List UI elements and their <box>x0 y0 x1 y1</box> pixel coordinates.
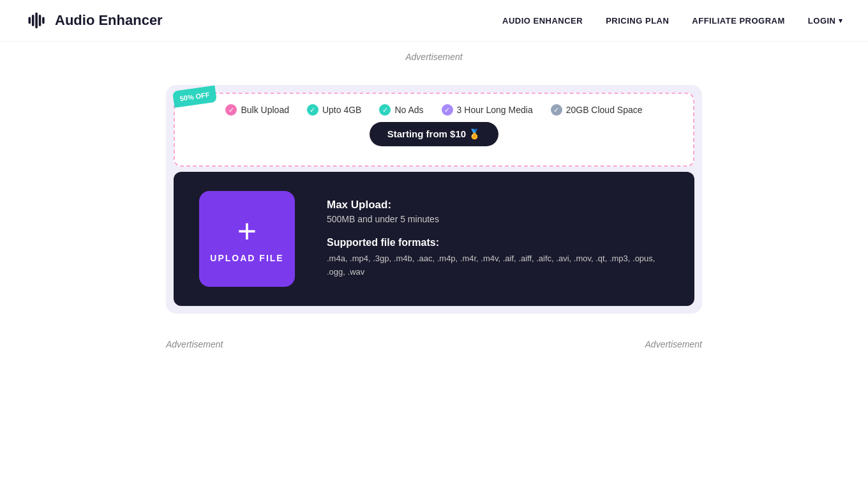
nav-link-audio-enhancer[interactable]: AUDIO ENHANCER <box>502 16 583 26</box>
navbar: Audio Enhancer AUDIO ENHANCER PRICING PL… <box>0 0 868 42</box>
promo-feature-3-hour-media: ✓ 3 Hour Long Media <box>442 104 533 116</box>
formats-value: .m4a, .mp4, .3gp, .m4b, .aac, .m4p, .m4r… <box>327 252 669 279</box>
discount-badge: 50% OFF <box>172 86 217 108</box>
logo-text: Audio Enhancer <box>55 12 163 29</box>
promo-feature-no-ads: ✓ No Ads <box>379 104 423 116</box>
promo-features: ✓ Bulk Upload ✓ Upto 4GB ✓ No Ads ✓ 3 Ho… <box>225 104 642 116</box>
upload-info: Max Upload: 500MB and under 5 minutes Su… <box>327 199 669 279</box>
svg-rect-3 <box>39 15 41 26</box>
ad-top-banner: Advertisement <box>0 42 868 72</box>
check-3-hour-media-icon: ✓ <box>442 104 453 116</box>
nav-links: AUDIO ENHANCER PRICING PLAN AFFILIATE PR… <box>502 16 842 26</box>
promo-banner: 50% OFF ✓ Bulk Upload ✓ Upto 4GB ✓ No Ad… <box>174 93 694 167</box>
promo-feature-20gb-cloud: ✓ 20GB Cloud Space <box>551 104 643 116</box>
svg-rect-2 <box>35 12 38 28</box>
ad-bottom-left: Advertisement <box>166 339 223 349</box>
max-upload-title: Max Upload: <box>327 199 669 211</box>
upload-area: + UPLOAD FILE Max Upload: 500MB and unde… <box>174 172 694 306</box>
promo-feature-upto-4gb: ✓ Upto 4GB <box>307 104 361 116</box>
svg-rect-1 <box>32 15 34 26</box>
plus-icon: + <box>237 215 257 248</box>
upload-file-button[interactable]: + UPLOAD FILE <box>199 191 295 287</box>
promo-feature-bulk-upload: ✓ Bulk Upload <box>225 104 289 116</box>
logo[interactable]: Audio Enhancer <box>26 9 163 32</box>
ad-bottom-right: Advertisement <box>645 339 702 349</box>
nav-link-affiliate-program[interactable]: AFFILIATE PROGRAM <box>692 16 784 26</box>
logo-icon <box>26 9 49 32</box>
check-upto-4gb-icon: ✓ <box>307 104 318 116</box>
upload-card: 50% OFF ✓ Bulk Upload ✓ Upto 4GB ✓ No Ad… <box>166 85 702 314</box>
nav-link-pricing-plan[interactable]: PRICING PLAN <box>606 16 669 26</box>
formats-title: Supported file formats: <box>327 237 669 248</box>
check-bulk-upload-icon: ✓ <box>225 104 237 116</box>
nav-link-login[interactable]: LOGIN ▾ <box>808 16 842 26</box>
starting-price-button[interactable]: Starting from $10 🏅 <box>370 122 499 146</box>
svg-rect-4 <box>42 17 45 24</box>
main-content: 50% OFF ✓ Bulk Upload ✓ Upto 4GB ✓ No Ad… <box>0 72 868 375</box>
svg-rect-0 <box>29 17 31 24</box>
ads-bottom: Advertisement Advertisement <box>166 339 702 349</box>
check-20gb-cloud-icon: ✓ <box>551 104 562 116</box>
max-upload-value: 500MB and under 5 minutes <box>327 214 669 224</box>
upload-file-label: UPLOAD FILE <box>210 253 283 263</box>
check-no-ads-icon: ✓ <box>379 104 391 116</box>
chevron-down-icon: ▾ <box>839 17 843 25</box>
